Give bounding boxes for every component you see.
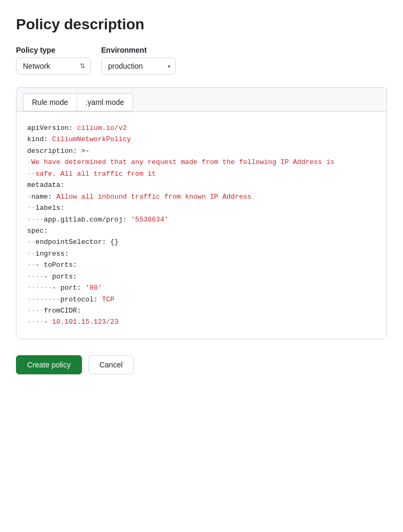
code-line: ··labels: xyxy=(27,202,376,214)
code-line: apiVersion: cilium.io/v2 xyxy=(27,122,376,134)
code-line: ··- toPorts: xyxy=(27,259,376,271)
code-line: ····- ports: xyxy=(27,271,376,282)
footer-actions: Create policy Cancel xyxy=(16,355,387,374)
create-policy-button[interactable]: Create policy xyxy=(16,355,82,374)
form-row: Policy type Network Egress Ingress ⇅ Env… xyxy=(16,46,387,75)
code-line: spec: xyxy=(27,225,376,236)
code-line: ····- 10.101.15.123/23 xyxy=(27,316,376,328)
code-line: ····app.gitlab.com/proj: '5538634' xyxy=(27,214,376,225)
code-line: ·We have determined that any request mad… xyxy=(27,157,376,168)
environment-select-wrapper: production staging development ▾ xyxy=(101,58,176,75)
code-line: ··endpointSelector: {} xyxy=(27,236,376,248)
code-line: ·name: Allow all inbound traffic from kn… xyxy=(27,191,376,202)
environment-select[interactable]: production staging development xyxy=(101,58,176,75)
policy-type-select[interactable]: Network Egress Ingress xyxy=(16,58,91,75)
code-line: description: >- xyxy=(27,145,376,157)
code-line: metadata: xyxy=(27,179,376,191)
tab-rule-mode[interactable]: Rule mode xyxy=(23,93,77,111)
code-line: ········protocol: TCP xyxy=(27,294,376,305)
code-line: ······- port: '80' xyxy=(27,282,376,293)
policy-type-select-wrapper: Network Egress Ingress ⇅ xyxy=(16,58,91,75)
environment-label: Environment xyxy=(101,46,176,54)
policy-type-group: Policy type Network Egress Ingress ⇅ xyxy=(16,46,91,75)
content-panel: Rule mode .yaml mode apiVersion: cilium.… xyxy=(16,87,387,339)
policy-type-label: Policy type xyxy=(16,46,91,54)
code-line: ····fromCIDR: xyxy=(27,305,376,316)
tab-yaml-mode[interactable]: .yaml mode xyxy=(77,93,133,111)
cancel-button[interactable]: Cancel xyxy=(88,355,134,374)
tab-bar: Rule mode .yaml mode xyxy=(17,88,386,112)
page-title: Policy description xyxy=(16,16,387,33)
code-line: ··safe. All all traffic from it xyxy=(27,168,376,179)
code-line: ··ingress: xyxy=(27,248,376,259)
yaml-editor[interactable]: apiVersion: cilium.io/v2 kind: CiliumNet… xyxy=(17,112,386,339)
environment-group: Environment production staging developme… xyxy=(101,46,176,75)
code-line: kind: CiliumNetworkPolicy xyxy=(27,134,376,145)
